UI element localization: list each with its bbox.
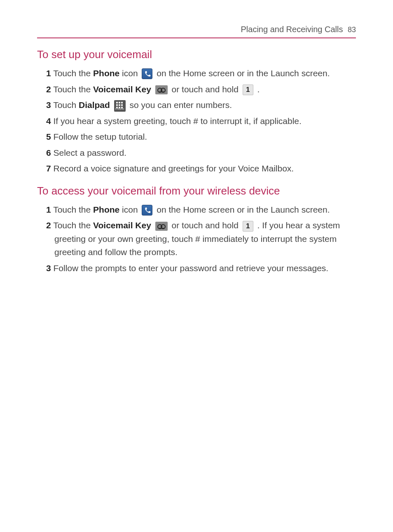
emphasis: Phone	[93, 68, 119, 78]
step-number: 1	[46, 68, 51, 78]
phone-icon	[142, 205, 152, 216]
emphasis: Phone	[93, 205, 119, 214]
instruction-step: 6 Select a password.	[46, 146, 356, 160]
section-heading: To set up your voicemail	[37, 48, 356, 61]
instruction-step: 1 Touch the Phone icon on the Home scree…	[46, 67, 356, 80]
keypad-1-icon: 1	[243, 84, 253, 95]
dialpad-icon: Dialpad	[114, 100, 126, 112]
voicemail-key-icon	[155, 85, 168, 94]
page-body: To set up your voicemail1 Touch the Phon…	[37, 48, 356, 275]
emphasis: Dialpad	[79, 100, 110, 110]
manual-page: Placing and Receiving Calls 83 To set up…	[0, 0, 393, 302]
instruction-step: 5 Follow the setup tutorial.	[46, 130, 356, 144]
step-number: 5	[46, 132, 51, 141]
instruction-step: 3 Follow the prompts to enter your passw…	[46, 262, 356, 275]
instruction-step: 2 Touch the Voicemail Key or touch and h…	[46, 219, 356, 259]
keypad-1-icon: 1	[243, 221, 253, 232]
instruction-step: 3 Touch Dialpad Dialpad so you can enter…	[46, 98, 356, 112]
section-heading: To access your voicemail from your wirel…	[37, 185, 356, 197]
instruction-step: 4 If you hear a system greeting, touch #…	[46, 115, 356, 128]
step-number: 2	[46, 220, 51, 230]
instruction-step: 2 Touch the Voicemail Key or touch and h…	[46, 83, 356, 96]
emphasis: Voicemail Key	[93, 220, 151, 230]
instruction-step: 7 Record a voice signature and greetings…	[46, 162, 356, 176]
step-number: 2	[46, 84, 51, 94]
page-number: 83	[348, 26, 356, 34]
step-number: 7	[46, 164, 51, 173]
step-number: 3	[46, 100, 51, 110]
emphasis: Voicemail Key	[93, 84, 151, 94]
phone-icon	[142, 68, 152, 79]
step-number: 1	[46, 205, 51, 214]
page-header: Placing and Receiving Calls 83	[37, 25, 356, 38]
step-number: 3	[46, 263, 51, 273]
step-number: 4	[46, 116, 51, 126]
step-number: 6	[46, 148, 51, 157]
instruction-step: 1 Touch the Phone icon on the Home scree…	[46, 203, 356, 217]
voicemail-key-icon	[155, 222, 168, 231]
chapter-title: Placing and Receiving Calls	[241, 25, 343, 34]
